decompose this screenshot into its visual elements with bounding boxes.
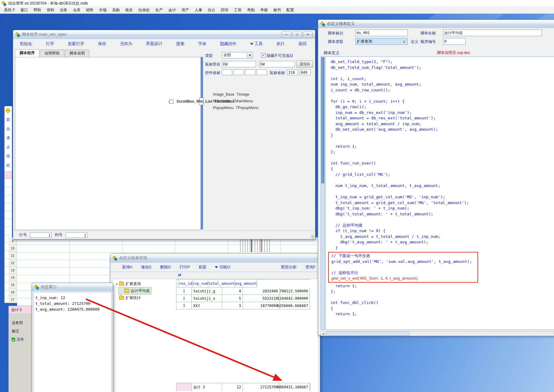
- grid-cell-res-id[interactable]: XXJ: [192, 302, 222, 309]
- toolbar-button[interactable]: 新增A: [122, 264, 133, 270]
- grid-cell-avg-amount[interactable]: 6256666.666667: [280, 302, 310, 309]
- toolbar-button[interactable]: 隐藏控件: [220, 41, 236, 47]
- report-tree-item[interactable]: ∨ 合计平均值: [118, 287, 151, 295]
- tree-item[interactable]: › ScrollBox_Win_List TScrollBox: [199, 98, 204, 105]
- grid-cell-res-id[interactable]: taishiji_g: [192, 288, 222, 295]
- toolbar-button[interactable]: 保存: [98, 41, 106, 47]
- grid-header-cell[interactable]: total_amount: [208, 280, 235, 288]
- ctrl-coord-field-1[interactable]: [222, 69, 232, 75]
- code-vertical-scrollbar[interactable]: [321, 56, 325, 330]
- menu-item[interactable]: 帮助: [31, 8, 44, 13]
- toolbar-button[interactable]: 查询F: [305, 264, 316, 270]
- grid-cell-avg-amount[interactable]: 1104642.000000: [280, 295, 310, 302]
- script-id-field[interactable]: [355, 30, 408, 36]
- manager-titlebar[interactable]: 自定义报表管理: [110, 254, 320, 263]
- maximize-button[interactable]: ▢: [292, 31, 302, 37]
- menu-item[interactable]: 考核: [257, 8, 271, 13]
- menu-item[interactable]: 招培: [218, 8, 231, 13]
- menu-item[interactable]: 仓库: [70, 8, 83, 13]
- menu-item[interactable]: 配置: [284, 8, 297, 13]
- script-window-titlebar[interactable]: 脚本程序 main_win_open — ▢ ✕: [13, 30, 315, 39]
- toolbar-button[interactable]: 另存为: [120, 41, 133, 47]
- script-editor-area[interactable]: [15, 57, 201, 230]
- grid-cell-avg-amount[interactable]: 708122.500000: [280, 288, 310, 295]
- toolbar-button[interactable]: 修改E: [141, 264, 152, 270]
- scroll-left-button[interactable]: ◂: [321, 331, 326, 336]
- grid-cell-inp-num[interactable]: 4: [222, 288, 243, 295]
- menu-item[interactable]: 考勤: [244, 8, 257, 13]
- tree-arrow-icon[interactable]: ∨: [115, 282, 119, 286]
- toolbar-button[interactable]: 打开: [46, 41, 54, 47]
- toolbar-button[interactable]: 工具: [250, 41, 263, 47]
- menu-item[interactable]: 采购: [109, 8, 123, 13]
- toolbar-button[interactable]: 功能O: [215, 264, 230, 270]
- menu-item[interactable]: 生产: [153, 8, 166, 13]
- biz-item[interactable]: 业务: [12, 337, 24, 342]
- type-select[interactable]: 全部: [222, 52, 253, 58]
- toolbar-button[interactable]: 刷新: [198, 264, 206, 270]
- editor-scrollbar[interactable]: [201, 57, 203, 229]
- scrollbar-thumb[interactable]: [327, 331, 410, 336]
- toolbar-button[interactable]: 打印P: [179, 264, 190, 270]
- swap-icon[interactable]: ⇄: [178, 273, 181, 277]
- menu-item[interactable]: 市场: [96, 8, 109, 13]
- definition-titlebar[interactable]: 自定义报表定义: [318, 20, 554, 28]
- menu-item[interactable]: 业务: [57, 8, 70, 13]
- tree-item[interactable]: › Image_Base TImage: [199, 91, 321, 98]
- toolbar-button[interactable]: 初始化: [20, 41, 32, 47]
- menu-item[interactable]: 工资: [231, 8, 244, 13]
- tab[interactable]: 脚本说明: [65, 50, 89, 57]
- grid-header-cell[interactable]: inp_num: [193, 280, 208, 288]
- checkbox-icon[interactable]: [169, 100, 173, 104]
- menu-item[interactable]: 往来款: [136, 8, 153, 13]
- tree-item[interactable]: › PopupMenu TPopupMenu: [199, 104, 321, 111]
- toolbar-button[interactable]: 搜索: [176, 41, 184, 47]
- toolbar-button[interactable]: 执行: [276, 41, 285, 47]
- toolbar-button[interactable]: 删除D: [160, 264, 171, 270]
- toolbar-button[interactable]: 图形分析: [281, 264, 297, 270]
- minimize-button[interactable]: —: [282, 31, 291, 37]
- menu-item[interactable]: 系统 F: [1, 8, 18, 13]
- report-tree-item[interactable]: ∨ 扩展查询: [113, 281, 142, 287]
- toolbar-button[interactable]: 新窗打开: [68, 41, 84, 47]
- grid-data-row[interactable]: 2 taishiji_s 5 5523210 1104642.000000: [176, 295, 310, 302]
- toolbar-button[interactable]: 界面设计: [146, 41, 162, 47]
- toolbar-button[interactable]: 返回: [298, 41, 307, 47]
- menu-item[interactable]: 人事: [192, 8, 205, 13]
- script-name-field[interactable]: [443, 30, 542, 36]
- grid-header-cell[interactable]: avg_amount: [235, 280, 257, 288]
- define-link[interactable]: 定义: [411, 39, 418, 44]
- tab[interactable]: 说明帮助: [40, 50, 64, 57]
- menu-item[interactable]: 资料: [44, 8, 57, 13]
- info-titlebar[interactable]: 信息窗口: [32, 283, 113, 291]
- menu-item[interactable]: 收支: [123, 8, 136, 13]
- menu-item[interactable]: 窗口: [18, 8, 31, 13]
- mouse-at-field-1[interactable]: [222, 61, 256, 67]
- menu-item[interactable]: 办公: [205, 8, 218, 13]
- grid-data-row[interactable]: 1 taishiji_g 4 2832490 708122.500000: [176, 288, 310, 295]
- ctrl-coord-field-3[interactable]: [245, 69, 255, 75]
- ctrl-coord-field-2[interactable]: [233, 69, 244, 75]
- toolbar-button[interactable]: 字体: [198, 41, 206, 47]
- close-button[interactable]: ✕: [303, 31, 313, 37]
- menu-item[interactable]: 资产: [179, 8, 192, 13]
- code-editor[interactable]: db_set_field_type(2, "F"); db_set_field_…: [325, 56, 554, 330]
- grid-cell-res-id[interactable]: taishiji_s: [192, 295, 222, 302]
- mouse-x-field[interactable]: [287, 69, 298, 75]
- scrollbar-thumb[interactable]: [321, 57, 324, 183]
- menu-item[interactable]: 销售: [83, 8, 96, 13]
- menu-item[interactable]: 会计: [166, 8, 179, 13]
- tab[interactable]: 脚本程序: [15, 49, 39, 57]
- grid-data-row[interactable]: 3 XXJ 3 18770000 6256666.666667: [176, 302, 310, 309]
- mouse-at-field-2[interactable]: [259, 61, 295, 67]
- grid-header-cell[interactable]: res_id: [179, 280, 192, 288]
- menu-item[interactable]: 秘书: [271, 8, 284, 13]
- grid-header-cell[interactable]: -: [176, 280, 179, 288]
- hide-invisible-checkbox[interactable]: ✓: [261, 53, 266, 58]
- grid-cell-total-amount[interactable]: 2832490: [243, 288, 280, 295]
- expander-icon[interactable]: ›: [199, 106, 204, 110]
- mouse-y-field[interactable]: [300, 69, 311, 75]
- grid-cell-total-amount[interactable]: 18770000: [243, 302, 280, 309]
- dropdown-button[interactable]: [247, 53, 252, 58]
- script-type-select[interactable]: 扩展查询 ∨: [355, 38, 408, 45]
